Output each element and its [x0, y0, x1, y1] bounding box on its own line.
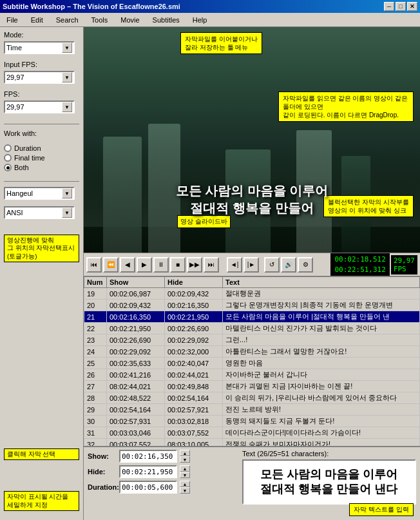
hide-spin-down[interactable]: ▼ [180, 472, 190, 478]
cell-num: 22 [84, 323, 107, 334]
radio-final-item[interactable]: Final time [4, 154, 79, 162]
table-row[interactable]: 29 00:02:54,164 00:02:57,921 전진 노르테 방위! [84, 404, 420, 416]
cell-text: 그렇다 운명개변장치의 |최종적 기동에 의한 운명개변 [223, 300, 420, 311]
table-row[interactable]: 24 00:02:29,092 00:02:32,000 아틀란티스는 그래서 … [84, 346, 420, 358]
header-num: Num [84, 277, 107, 288]
show-input[interactable] [119, 450, 177, 463]
cell-num: 24 [84, 346, 107, 358]
btn-to-end[interactable]: ⏭ [204, 257, 219, 273]
hangeul-combo-arrow[interactable]: ▼ [62, 188, 72, 198]
mode-combo-arrow[interactable]: ▼ [62, 43, 72, 53]
table-row[interactable]: 30 00:02:57,931 00:03:02,818 동맹의 돼지들도 지금… [84, 416, 420, 427]
tooltip-slideshow: 영상 슬라이드바 [177, 215, 231, 228]
duration-spin-down[interactable]: ▼ [180, 487, 190, 494]
radio-duration-item[interactable]: Duration [4, 144, 79, 152]
cell-num: 29 [84, 404, 107, 416]
cell-show: 00:02:09,432 [107, 300, 165, 311]
menu-subtitles[interactable]: Subtitles [149, 15, 184, 25]
hangeul-combo[interactable]: Hangeul ▼ [4, 187, 75, 200]
btn-rewind-fast[interactable]: ⏪ [103, 257, 119, 273]
radio-duration-label: Duration [14, 144, 41, 152]
input-fps-combo[interactable]: 29,97 ▼ [4, 71, 75, 84]
maximize-button[interactable]: □ [396, 2, 406, 11]
ansi-combo-arrow[interactable]: ▼ [62, 207, 72, 218]
total-time: 00:22:51,312 [334, 265, 385, 274]
title-buttons: ─ □ ✕ [384, 2, 417, 11]
cell-hide: 00:02:49,848 [165, 381, 223, 392]
title-bar: Subtitle Workshop – The Vision of Escafl… [0, 0, 420, 13]
divider2 [4, 181, 79, 182]
radio-both-circle [4, 164, 12, 171]
menu-search[interactable]: Search [52, 15, 82, 25]
cell-show: 00:02:41,216 [107, 369, 165, 381]
table-row[interactable]: 32 00:03:07,552 08:03:10,005 전쟁의 승패가 보미자… [84, 439, 420, 447]
show-spin-down[interactable]: ▼ [180, 456, 190, 463]
table-row[interactable]: 26 00:02:41,216 00:02:44,021 자이바하군 불러서 갑… [84, 369, 420, 381]
btn-forward[interactable]: ▶▶ [187, 257, 202, 273]
btn-next-sub[interactable]: |► [243, 257, 259, 273]
menu-tools[interactable]: Tools [88, 15, 112, 25]
btn-mute[interactable]: 🔊 [281, 257, 296, 273]
show-field-row: Show: ▲ ▼ [88, 450, 234, 463]
btn-stop[interactable]: ■ [170, 257, 186, 273]
fps-combo-arrow[interactable]: ▼ [62, 102, 72, 112]
show-spinners: ▲ ▼ [180, 450, 190, 463]
subtitle-text-display: 모든 사람의 마음을 이루어 절대적 행복을 만들어 낸다 [260, 467, 397, 497]
btn-loop[interactable]: ↺ [264, 257, 280, 273]
table-row[interactable]: 25 00:02:35,633 00:02:40,047 영원한 마음 [84, 358, 420, 369]
header-text: Text [223, 277, 420, 288]
cell-show: 00:02:54,164 [107, 404, 165, 416]
btn-prev-sub[interactable]: ◄| [227, 257, 242, 273]
btn-pause[interactable]: ⏸ [153, 257, 169, 273]
show-spin-up[interactable]: ▲ [180, 450, 190, 456]
cell-hide: 00:02:44,021 [165, 369, 223, 381]
duration-spin-up[interactable]: ▲ [180, 481, 190, 487]
input-fps-combo-arrow[interactable]: ▼ [62, 72, 72, 82]
table-row[interactable]: 20 00:02:09,432 00:02:16,350 그렇다 운명개변장치의… [84, 300, 420, 311]
time-display: 00:02:18,512 00:22:51,312 [330, 253, 389, 276]
cell-show: 00:02:26,690 [107, 334, 165, 346]
left-panel: Mode: Time ▼ Input FPS: 29,97 ▼ FPS: 29,… [0, 27, 84, 520]
cell-text: 데이다라스군이다!|데이다라스의 가슴이다! [223, 427, 420, 439]
right-panel: 모든 사람의 마음을 이루어 절대적 행복을 만들어 자막파일를 이어붙이거나 … [84, 27, 420, 520]
table-row[interactable]: 27 08:02:44,021 00:02:49,848 본대가 괴멸된 지금 … [84, 381, 420, 392]
tooltip-sync: 블럭선택한 자막의 시작부를 영상의 이 위치에 맞춰 싱크 [323, 195, 414, 217]
cell-hide: 00:02:21,950 [165, 311, 223, 323]
mode-combo[interactable]: Time ▼ [4, 41, 75, 54]
main-layout: Mode: Time ▼ Input FPS: 29,97 ▼ FPS: 29,… [0, 27, 420, 520]
table-row[interactable]: 21 00:02:16,350 00:02:21,950 모든 사람의 마음을 … [84, 311, 420, 323]
table-row[interactable]: 23 00:02:26,690 00:02:29,092 그런...! [84, 334, 420, 346]
btn-settings[interactable]: ⚙ [298, 257, 313, 273]
menu-movie[interactable]: Movie [117, 15, 143, 25]
text-label: Text (26/25=51 characters): [242, 450, 416, 457]
menu-edit[interactable]: Edit [27, 15, 47, 25]
radio-group: Duration Final time Both [4, 142, 79, 173]
cell-show: 08:02:44,021 [107, 381, 165, 392]
hide-input[interactable] [119, 465, 177, 478]
cell-num: 28 [84, 392, 107, 404]
menu-file[interactable]: File [3, 15, 22, 25]
table-row[interactable]: 22 00:02:21,950 00:02:26,690 마텔란티스 머신의 진… [84, 323, 420, 334]
radio-both-item[interactable]: Both [4, 164, 79, 171]
video-background: 모든 사람의 마음을 이루어 절대적 행복을 만들어 자막파일를 이어붙이거나 … [84, 27, 420, 253]
divider1 [4, 124, 79, 124]
btn-play[interactable]: ▶ [137, 257, 152, 273]
duration-input[interactable] [119, 481, 177, 494]
hide-label: Hide: [88, 468, 117, 476]
table-row[interactable]: 19 00:02:06,987 00:02:09,432 절대행운권 [84, 288, 420, 300]
hide-spin-up[interactable]: ▲ [180, 465, 190, 472]
cell-num: 31 [84, 427, 107, 439]
table-row[interactable]: 28 00:02:48,522 00:02:54,164 이 승리의 뒤가, |… [84, 392, 420, 404]
tooltip-dragdrop: 자막파일를 읽으면 같은 이름의 영상이 같은 폴더에 있으면 같이 로딩된다.… [278, 91, 414, 122]
fps-combo[interactable]: 29,97 ▼ [4, 101, 75, 113]
btn-rewind[interactable]: ◀ [120, 257, 135, 273]
cell-num: 26 [84, 369, 107, 381]
cell-num: 23 [84, 334, 107, 346]
subtitle-table-container[interactable]: Num Show Hide Text 19 00:02:06,987 00:02… [84, 276, 420, 446]
close-button[interactable]: ✕ [407, 2, 417, 11]
minimize-button[interactable]: ─ [384, 2, 394, 11]
table-row[interactable]: 31 00:03:03,046 00:03:07,552 데이다라스군이다!|데… [84, 427, 420, 439]
btn-to-start[interactable]: ⏮ [86, 257, 102, 273]
menu-help[interactable]: Help [189, 15, 211, 25]
ansi-combo[interactable]: ANSI ▼ [4, 206, 75, 219]
